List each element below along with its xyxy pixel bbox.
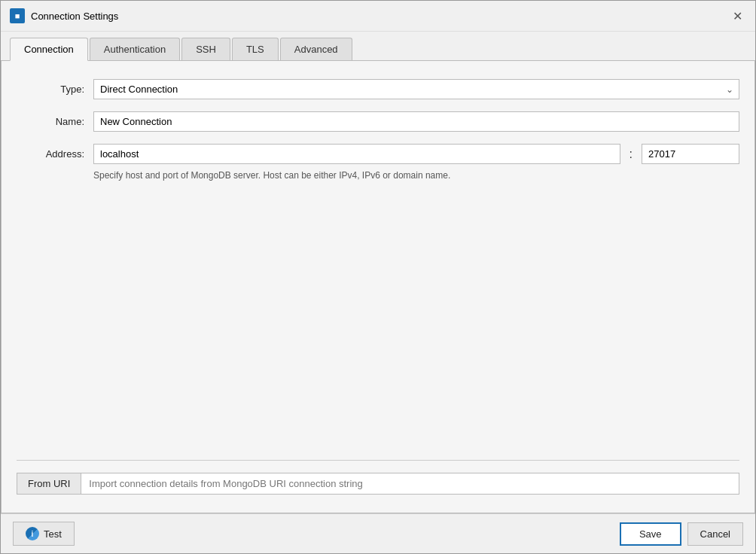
save-button[interactable]: Save — [620, 522, 681, 546]
uri-row: From URI — [17, 460, 739, 495]
address-host-wrapper — [93, 144, 620, 164]
address-host-input[interactable] — [93, 144, 620, 164]
dialog-title: Connection Settings — [31, 11, 118, 22]
type-label: Type: — [17, 84, 84, 95]
tab-connection[interactable]: Connection — [10, 38, 88, 61]
cancel-button[interactable]: Cancel — [687, 522, 743, 546]
name-row: Name: — [17, 111, 739, 132]
type-select[interactable]: Direct ConnectionReplica SetSharded Clus… — [93, 79, 739, 99]
name-input[interactable] — [93, 111, 739, 132]
footer-left: i Test — [13, 522, 75, 546]
footer-right: Save Cancel — [620, 522, 743, 546]
type-select-wrapper: Direct ConnectionReplica SetSharded Clus… — [93, 79, 739, 99]
from-uri-button[interactable]: From URI — [17, 473, 81, 495]
footer: i Test Save Cancel — [1, 513, 755, 553]
address-label: Address: — [17, 148, 84, 160]
title-bar-left: ■ Connection Settings — [10, 8, 118, 23]
address-hint: Specify host and port of MongoDB server.… — [17, 170, 739, 181]
name-input-wrapper — [93, 111, 739, 132]
type-row: Type: Direct ConnectionReplica SetSharde… — [17, 79, 739, 99]
uri-input[interactable] — [81, 473, 739, 495]
test-button[interactable]: i Test — [13, 522, 75, 546]
title-bar: ■ Connection Settings ✕ — [1, 1, 755, 32]
address-port-input[interactable] — [642, 144, 739, 164]
address-port-wrapper — [642, 144, 739, 164]
dialog: ■ Connection Settings ✕ Connection Authe… — [0, 0, 756, 554]
address-separator: : — [629, 148, 633, 161]
tab-tls[interactable]: TLS — [232, 38, 279, 60]
close-button[interactable]: ✕ — [728, 7, 746, 25]
test-icon: i — [26, 527, 39, 540]
main-content: Connection Authentication SSH TLS Advanc… — [1, 32, 755, 513]
tab-advanced[interactable]: Advanced — [280, 38, 352, 60]
tab-content-connection: Type: Direct ConnectionReplica SetSharde… — [1, 61, 755, 513]
name-label: Name: — [17, 116, 84, 127]
tab-ssh[interactable]: SSH — [181, 38, 230, 60]
content-spacer — [17, 193, 739, 442]
tab-authentication[interactable]: Authentication — [90, 38, 180, 60]
test-button-label: Test — [44, 528, 62, 540]
app-icon: ■ — [10, 8, 25, 23]
address-row: Address: : — [17, 144, 739, 164]
tab-bar: Connection Authentication SSH TLS Advanc… — [1, 32, 755, 61]
